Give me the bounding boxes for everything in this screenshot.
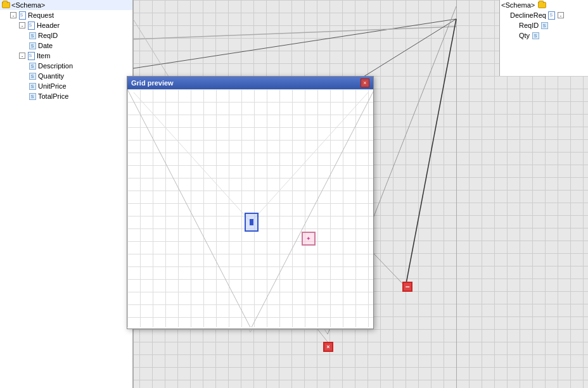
schema-root-label: <Schema> (11, 1, 45, 9)
reqid-right-item[interactable]: ReqID S (500, 20, 588, 30)
grid-preview-content: ✦ (127, 89, 373, 327)
reqid-right-label: ReqID (519, 22, 539, 29)
red-right-node-minus: − (404, 283, 411, 291)
blue-node[interactable] (245, 213, 259, 232)
date-label: Date (38, 42, 53, 49)
unitprice-item[interactable]: S UnitPrice (0, 81, 132, 91)
quantity-item[interactable]: S Quantity (0, 71, 132, 81)
pink-node-inner: ✦ (306, 235, 311, 242)
quantity-field-icon: S (28, 72, 37, 80)
right-folder-icon (537, 1, 546, 9)
quantity-label: Quantity (38, 72, 64, 80)
schema-root-item[interactable]: <Schema> (0, 0, 132, 10)
qty-right-item[interactable]: Qty S (500, 30, 588, 41)
red-bottom-node[interactable]: × (323, 342, 333, 352)
reqid-field-icon: S (28, 31, 37, 40)
date-field-icon: S (28, 41, 37, 50)
blue-node-inner (250, 219, 253, 225)
description-item[interactable]: S Description (0, 61, 132, 71)
right-schema-panel: <Schema> DeclineReq - ReqID S Qty S (499, 0, 588, 76)
grid-preview-close-button[interactable]: × (361, 78, 369, 87)
red-bottom-node-x: × (324, 343, 332, 351)
expand-item[interactable]: - (19, 53, 25, 59)
declinereq-label: DeclineReq (510, 11, 546, 19)
qty-right-field-icon: S (531, 31, 540, 40)
schema-right-label: <Schema> (501, 1, 535, 9)
expand-declinereq[interactable]: - (558, 12, 564, 18)
header-doc-icon (27, 21, 35, 30)
grid-preview-background (127, 89, 373, 327)
grid-preview-modal: Grid preview × ✦ (127, 76, 374, 329)
date-item[interactable]: S Date (0, 41, 132, 51)
main-canvas: <Schema> - Request - Header S ReqID S (0, 0, 588, 388)
header-item[interactable]: - Header (0, 20, 132, 30)
declinereq-doc-icon (547, 11, 556, 20)
item-label: Item (37, 52, 50, 59)
folder-icon (1, 1, 10, 9)
declinereq-item[interactable]: DeclineReq - (500, 10, 588, 20)
expand-request[interactable]: - (10, 12, 16, 18)
reqid-label: ReqID (38, 32, 58, 39)
pink-node[interactable]: ✦ (302, 232, 316, 246)
description-label: Description (38, 62, 73, 70)
unitprice-label: UnitPrice (38, 82, 67, 90)
qty-right-label: Qty (519, 32, 530, 39)
request-item[interactable]: - Request (0, 10, 132, 20)
expand-header[interactable]: - (19, 22, 25, 28)
reqid-right-field-icon: S (540, 21, 549, 30)
header-label: Header (37, 22, 60, 29)
totalprice-label: TotalPrice (38, 92, 68, 100)
vline-right (456, 0, 457, 388)
item-doc-icon (27, 51, 35, 60)
left-schema-panel: <Schema> - Request - Header S ReqID S (0, 0, 133, 388)
item-item[interactable]: - Item (0, 51, 132, 61)
reqid-item[interactable]: S ReqID (0, 30, 132, 41)
unitprice-field-icon: S (28, 82, 37, 91)
request-doc-icon (18, 11, 27, 20)
grid-preview-titlebar[interactable]: Grid preview × (127, 77, 373, 89)
totalprice-field-icon: S (28, 92, 37, 101)
grid-preview-title: Grid preview (131, 79, 174, 87)
schema-right-root-item[interactable]: <Schema> (500, 0, 588, 10)
totalprice-item[interactable]: S TotalPrice (0, 91, 132, 101)
request-label: Request (28, 11, 54, 19)
red-right-node[interactable]: − (402, 282, 412, 292)
description-field-icon: S (28, 61, 37, 70)
